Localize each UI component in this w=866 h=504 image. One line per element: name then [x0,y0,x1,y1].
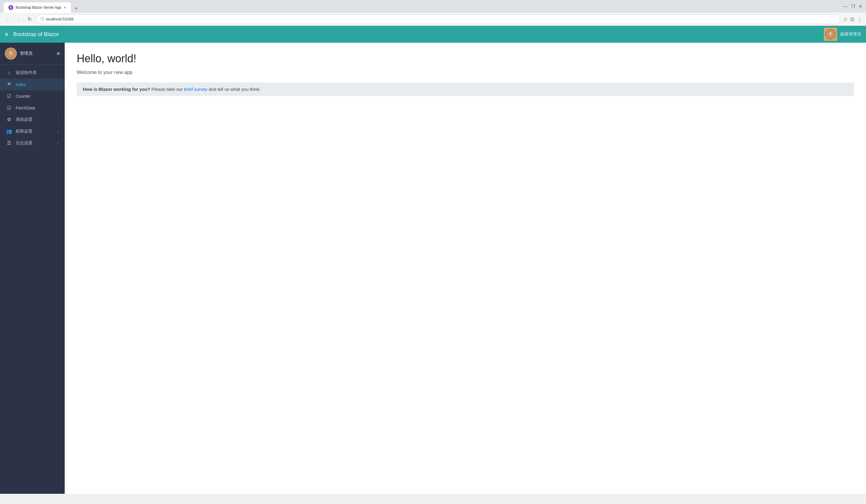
browser-window: B Bootstrap Blazor Server App × + — ❐ ✕ … [0,0,866,26]
checkbox-icon: ☑ [6,93,12,99]
browser-tab-active[interactable]: B Bootstrap Blazor Server App × [4,2,71,13]
toolbar-actions: ☆ ⊙ ⋮ [843,16,862,23]
sidebar-item-settings-label: 系统设置 [16,117,54,122]
sidebar-item-logs[interactable]: ☰ 日志设置 › [0,137,65,149]
address-bar[interactable]: ⓘ localhost:53189 [36,14,841,24]
app-header: ≡ Bootstrap of Blazor 🎖 超级管理员 [0,26,866,43]
reload-button[interactable]: ↻ [25,15,34,23]
flag-icon: ⚑ [6,81,12,87]
sidebar: 🎖 管理员 ⌂ 返回组件库 ⚑ Index ☑ Counter [0,43,65,494]
minimize-button[interactable]: — [843,4,848,9]
app-wrapper: ≡ Bootstrap of Blazor 🎖 超级管理员 [0,26,866,494]
tab-title: Bootstrap Blazor Server App [16,5,61,10]
close-button[interactable]: ✕ [859,4,862,9]
home-icon: ⌂ [6,70,12,76]
window-controls: — ❐ ✕ [843,4,862,11]
sidebar-item-fetchdata[interactable]: ☑ FetchData [0,102,65,114]
chevron-right-icon-3: › [57,141,59,145]
sidebar-toggle-button[interactable]: ≡ [5,31,9,38]
page-title: Hello, world! [77,52,854,65]
address-lock-icon: ⓘ [41,16,44,22]
survey-end-text: and tell us what you think. [209,87,260,92]
logs-icon: ☰ [6,140,12,146]
forward-button[interactable]: › [14,15,23,23]
page-subtitle: Welcome to your new app. [77,70,854,75]
header-user: 🎖 超级管理员 [824,28,861,41]
browser-toolbar: ‹ › ↻ ⓘ localhost:53189 ☆ ⊙ ⋮ [0,13,866,26]
tab-favicon: B [9,5,13,10]
menu-icon[interactable]: ⋮ [857,16,862,23]
survey-link[interactable]: brief survey [184,87,208,92]
back-button[interactable]: ‹ [4,15,12,23]
online-indicator [57,52,60,55]
sidebar-item-counter-label: Counter [16,94,59,99]
gear-icon: ⚙ [6,117,12,122]
chevron-right-icon-2: › [57,129,59,134]
survey-bold-text: How is Blazor working for you? [83,87,150,92]
sidebar-item-logs-label: 日志设置 [16,140,54,146]
header-avatar-image: 🎖 [824,28,837,41]
sidebar-avatar: 🎖 [5,47,17,59]
bookmark-icon[interactable]: ☆ [843,16,848,23]
svg-text:🎖: 🎖 [9,51,13,56]
sidebar-item-permissions[interactable]: 👥 权限设置 › [0,125,65,137]
sidebar-username: 管理员 [20,51,54,56]
sidebar-item-settings[interactable]: ⚙ 系统设置 › [0,114,65,125]
svg-text:🎖: 🎖 [829,32,833,37]
sidebar-item-index[interactable]: ⚑ Index [0,79,65,90]
app-title: Bootstrap of Blazor [13,31,824,37]
header-avatar: 🎖 [824,28,837,41]
sidebar-user-section: 🎖 管理员 [0,43,65,65]
app-body: 🎖 管理员 ⌂ 返回组件库 ⚑ Index ☑ Counter [0,43,866,494]
new-tab-button[interactable]: + [72,4,81,13]
maximize-button[interactable]: ❐ [851,4,855,9]
survey-banner: How is Blazor working for you? Please ta… [77,82,854,96]
sidebar-item-counter[interactable]: ☑ Counter [0,90,65,102]
sidebar-item-back-label: 返回组件库 [16,70,59,76]
users-icon: 👥 [6,128,12,134]
tab-close-button[interactable]: × [64,5,66,10]
main-content: Hello, world! Welcome to your new app. H… [65,43,866,494]
data-icon: ☑ [6,105,12,111]
survey-text: Please take our [151,87,184,92]
header-username: 超级管理员 [840,32,861,37]
sidebar-item-index-label: Index [16,82,59,87]
chevron-right-icon: › [57,117,59,122]
sidebar-item-back[interactable]: ⌂ 返回组件库 [0,67,65,79]
address-text: localhost:53189 [46,17,74,21]
sidebar-nav: ⌂ 返回组件库 ⚑ Index ☑ Counter ☑ FetchData ⚙ [0,65,65,494]
sidebar-item-permissions-label: 权限设置 [16,129,54,134]
sidebar-item-fetchdata-label: FetchData [16,105,59,110]
account-icon[interactable]: ⊙ [850,16,855,23]
